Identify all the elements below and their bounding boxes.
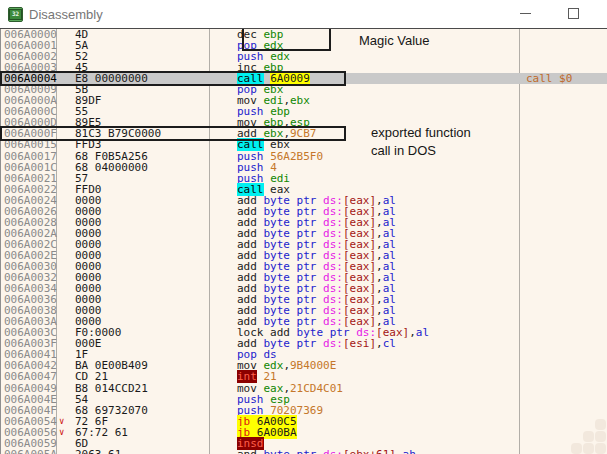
comment-cell [519,106,607,117]
instruction-cell: and byte ptr ds:[ebx+61],ah [209,449,519,454]
address-cell: 006A0015 [0,139,75,150]
comment-cell: call $0 [519,73,607,84]
maximize-button[interactable] [556,0,590,27]
comment-cell [519,228,607,239]
comment-cell [519,40,607,51]
watermark-dot [595,419,606,430]
disasm-row[interactable]: 006A004F68 69732070push 70207369 [0,405,607,416]
comment-cell [519,95,607,106]
window-title: Disassembly [29,7,103,22]
title-bar: 32 Disassembly [0,0,607,28]
comment-cell [519,327,607,338]
bytes-cell: 52 [75,51,209,62]
comment-cell [519,217,607,228]
disassembly-table: 006A00004Ddec ebp006A00015Apop edx006A00… [0,28,607,454]
comment-cell [519,162,607,173]
bytes-cell: CD 21 [75,371,209,382]
annotation-magic-value: Magic Value [359,33,430,48]
disasm-row[interactable]: 006A005A2063 61and byte ptr ds:[ebx+61],… [0,449,607,454]
disasm-row[interactable]: 006A001768 F0B5A256push 56A2B5F0 [0,151,607,162]
annotation-box-add-ebx [0,126,346,141]
watermark-dot [583,443,594,454]
address-cell: 006A0021 [0,173,75,184]
comment-cell [519,239,607,250]
watermark-dot [583,431,594,442]
comment-cell [519,117,607,128]
bytes-cell: 68 69732070 [75,405,209,416]
comment-cell [519,405,607,416]
disasm-row[interactable]: 006A003F000Eadd byte ptr ds:[esi],cl [0,338,607,349]
comment-cell [519,294,607,305]
comment-cell [519,383,607,394]
table-top-border [0,28,607,29]
maximize-icon [568,8,579,19]
address-cell: 006A001C [0,162,75,173]
bytes-cell: 57 [75,173,209,184]
annotation-box-magic-value [242,28,331,51]
comment-cell [519,184,607,195]
comment-cell [519,29,607,40]
bytes-cell: B8 014CCD21 [75,383,209,394]
instruction-cell: push edi [209,173,519,184]
disasm-row[interactable]: 006A000A89DFmov edi,ebx [0,95,607,106]
comment-cell [519,261,607,272]
comment-cell [519,316,607,327]
disasm-row[interactable]: 006A002157push edi [0,173,607,184]
comment-cell [519,394,607,405]
bytes-cell: 68 F0B5A256 [75,151,209,162]
disasm-row[interactable]: 006A001C68 04000000push 4 [0,162,607,173]
comment-cell [519,151,607,162]
comment-cell [519,338,607,349]
bytes-cell: 5A [75,40,209,51]
comment-cell [519,349,607,360]
address-cell: 006A005A [0,449,75,454]
comment-cell [519,272,607,283]
comment-cell [519,84,607,95]
minimize-icon [520,13,531,14]
address-cell: 006A0047 [0,371,75,382]
annotation-exported-line2: call in DOS [371,142,471,160]
address-cell: 006A0017 [0,151,75,162]
address-cell: 006A004F [0,405,75,416]
disassembly-window: 32 Disassembly 006A00004Ddec ebp006A0001… [0,0,607,454]
comment-cell [519,128,607,139]
comment-cell [519,51,607,62]
disasm-row[interactable]: 006A000252push edx [0,51,607,62]
comment-cell [519,283,607,294]
jump-indicator-icon: ∨ [59,416,64,427]
bytes-cell: 4D [75,29,209,40]
bytes-cell: 68 04000000 [75,162,209,173]
bytes-cell: 000E [75,338,209,349]
minimize-button[interactable] [508,0,542,27]
address-cell: 006A004E [0,394,75,405]
jump-indicator-icon: ∨ [59,427,64,438]
bytes-cell: 67:72 61 [75,427,209,438]
comment-cell [519,305,607,316]
disassembly-rows: 006A00004Ddec ebp006A00015Apop edx006A00… [0,29,607,454]
comment-cell [519,416,607,427]
comment-cell [519,139,607,150]
comment-cell [519,173,607,184]
bytes-cell: 54 [75,394,209,405]
watermark-dot [595,443,606,454]
watermark-dot [571,443,582,454]
comment-cell [519,360,607,371]
cpu-32-icon: 32 [8,7,23,22]
bytes-cell: FFD3 [75,139,209,150]
comment-cell [519,195,607,206]
cpu-32-icon-label: 32 [9,9,22,20]
address-cell: 006A0049 [0,383,75,394]
annotation-box-call [0,71,346,86]
annotation-exported-line1: exported function [371,124,471,142]
comment-cell [519,206,607,217]
comment-cell [519,250,607,261]
watermark-dot [595,431,606,442]
comment-cell [519,371,607,382]
bytes-cell: 89DF [75,95,209,106]
annotation-exported-function: exported function call in DOS [371,124,471,159]
disasm-row[interactable]: 006A0056∨67:72 61jb 6A00BA [0,427,607,438]
bytes-cell: 2063 61 [75,449,209,454]
disasm-row[interactable]: 006A0049B8 014CCD21mov eax,21CD4C01 [0,383,607,394]
instruction-cell: push 70207369 [209,405,519,416]
